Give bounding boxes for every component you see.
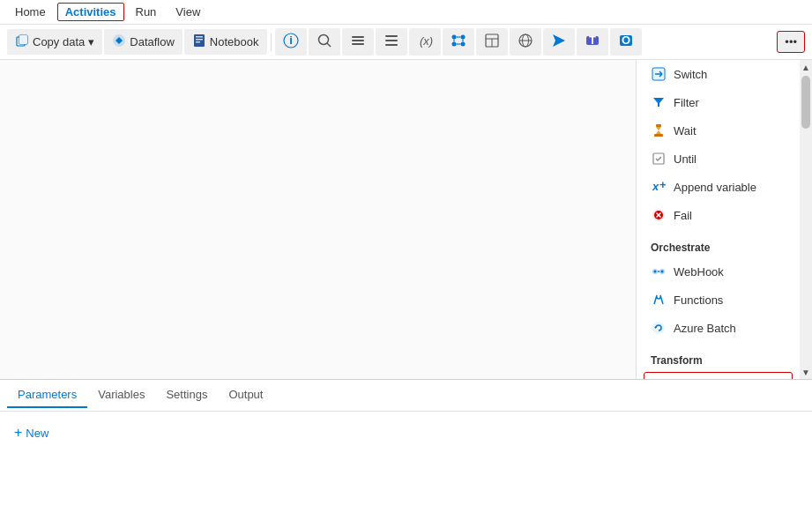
svg-point-22 bbox=[460, 42, 465, 47]
scrollbar: ▲ ▼ bbox=[800, 60, 812, 379]
dropdown-panel: Switch Filter Wait bbox=[636, 60, 812, 379]
tabs-bar: Parameters Variables Settings Output bbox=[0, 380, 812, 412]
plus-icon: + bbox=[14, 426, 22, 440]
more-button[interactable]: ••• bbox=[777, 31, 805, 53]
more-icon: ••• bbox=[785, 35, 797, 48]
dropdown-label-fail: Fail bbox=[674, 209, 692, 222]
svg-rect-12 bbox=[352, 36, 364, 38]
svg-rect-2 bbox=[19, 35, 27, 44]
menu-run[interactable]: Run bbox=[128, 3, 165, 21]
copy-icon bbox=[15, 33, 29, 50]
dataflow-label: Dataflow bbox=[130, 35, 175, 48]
notebook-label: Notebook bbox=[210, 35, 259, 48]
svg-text:T: T bbox=[589, 33, 596, 47]
table-button[interactable] bbox=[476, 28, 508, 56]
web-icon bbox=[518, 33, 533, 51]
scroll-down-button[interactable]: ▼ bbox=[800, 365, 812, 379]
svg-rect-15 bbox=[385, 35, 398, 37]
kql-icon: KQL bbox=[653, 378, 669, 379]
svg-point-10 bbox=[318, 35, 328, 45]
menu-activities[interactable]: Activities bbox=[57, 3, 124, 21]
main-area: Switch Filter Wait bbox=[0, 60, 812, 379]
notebook-button[interactable]: Notebook bbox=[184, 29, 267, 55]
dropdown-label-append: Append variable bbox=[674, 181, 756, 194]
variable-button[interactable]: (x) bbox=[409, 28, 441, 56]
dropdown-label-functions: Functions bbox=[674, 293, 723, 307]
svg-rect-6 bbox=[196, 39, 203, 41]
dropdown-label-until: Until bbox=[674, 152, 697, 166]
svg-rect-44 bbox=[654, 134, 663, 137]
dropdown-item-filter[interactable]: Filter bbox=[637, 88, 800, 116]
pipeline-icon bbox=[451, 33, 466, 51]
section-transform: Transform bbox=[637, 349, 800, 370]
append-icon: x + bbox=[651, 179, 667, 195]
info-button[interactable]: i bbox=[275, 28, 307, 56]
menu-bar: Home Activities Run View bbox=[0, 0, 812, 25]
toolbar-separator bbox=[271, 33, 272, 51]
switch-icon bbox=[651, 66, 667, 82]
svg-rect-13 bbox=[352, 40, 364, 41]
tab-output[interactable]: Output bbox=[218, 383, 273, 408]
svg-point-57 bbox=[652, 322, 665, 334]
svg-rect-14 bbox=[352, 43, 364, 45]
pipeline-button[interactable] bbox=[443, 28, 474, 56]
svg-point-55 bbox=[661, 271, 664, 273]
teams-icon: T bbox=[585, 33, 600, 51]
bottom-panel: Parameters Variables Settings Output + N… bbox=[0, 379, 812, 520]
dropdown-item-kql[interactable]: KQL KQL bbox=[644, 372, 793, 379]
scrollbar-thumb[interactable] bbox=[801, 76, 810, 129]
dropdown-label-filter: Filter bbox=[674, 96, 699, 109]
svg-marker-42 bbox=[653, 98, 664, 107]
dropdown-label-webhook: WebHook bbox=[674, 265, 724, 279]
toolbar: Copy data ▾ Dataflow Notebook i bbox=[0, 25, 812, 60]
svg-text:i: i bbox=[289, 33, 293, 47]
list-button[interactable] bbox=[342, 28, 374, 56]
dropdown-item-switch[interactable]: Switch bbox=[637, 60, 800, 88]
teams-button[interactable]: T bbox=[577, 28, 608, 56]
table-icon bbox=[484, 33, 500, 51]
dropdown-item-wait[interactable]: Wait bbox=[637, 116, 800, 145]
wait-icon bbox=[651, 123, 667, 138]
canvas bbox=[0, 60, 636, 379]
svg-point-20 bbox=[460, 35, 465, 40]
dropdown-label-switch: Switch bbox=[674, 68, 707, 81]
section-orchestrate: Orchestrate bbox=[637, 236, 800, 257]
menu-home[interactable]: Home bbox=[7, 3, 54, 21]
outlook-icon: O bbox=[618, 33, 634, 51]
dataflow-icon bbox=[112, 33, 126, 50]
new-label: New bbox=[26, 427, 48, 440]
tab-parameters[interactable]: Parameters bbox=[7, 383, 87, 408]
dropdown-item-webhook[interactable]: WebHook bbox=[637, 257, 800, 286]
webhook-icon bbox=[651, 264, 667, 279]
menu-icon bbox=[384, 33, 399, 51]
dropdown-label-wait: Wait bbox=[674, 124, 697, 137]
new-button[interactable]: + New bbox=[14, 422, 798, 443]
variable-icon: (x) bbox=[417, 33, 433, 51]
scroll-up-button[interactable]: ▲ bbox=[800, 60, 812, 74]
tab-variables[interactable]: Variables bbox=[87, 383, 155, 408]
svg-line-11 bbox=[327, 43, 331, 47]
dropdown-item-fail[interactable]: Fail bbox=[637, 201, 800, 229]
svg-rect-17 bbox=[385, 44, 398, 46]
tab-settings[interactable]: Settings bbox=[155, 383, 218, 408]
batch-icon bbox=[651, 320, 667, 336]
svg-text:O: O bbox=[621, 33, 629, 47]
svg-text:+: + bbox=[659, 180, 666, 191]
dataflow-button[interactable]: Dataflow bbox=[104, 29, 183, 55]
svg-rect-43 bbox=[656, 124, 661, 127]
dropdown-item-until[interactable]: Until bbox=[637, 145, 800, 173]
svg-rect-5 bbox=[196, 36, 203, 38]
dropdown-item-batch[interactable]: Azure Batch bbox=[637, 314, 800, 342]
web-button[interactable] bbox=[510, 28, 541, 56]
copy-data-button[interactable]: Copy data ▾ bbox=[7, 29, 102, 55]
send-button[interactable] bbox=[543, 28, 575, 56]
dropdown-item-append[interactable]: x + Append variable bbox=[637, 173, 800, 201]
search-button[interactable] bbox=[309, 28, 340, 56]
copy-data-dropdown-icon: ▾ bbox=[88, 35, 94, 48]
dropdown-item-functions[interactable]: Functions bbox=[637, 286, 800, 314]
outlook-button[interactable]: O bbox=[610, 28, 642, 56]
svg-text:x: x bbox=[652, 180, 659, 193]
menu-button[interactable] bbox=[376, 28, 407, 56]
filter-icon bbox=[651, 94, 667, 110]
menu-view[interactable]: View bbox=[168, 3, 208, 21]
